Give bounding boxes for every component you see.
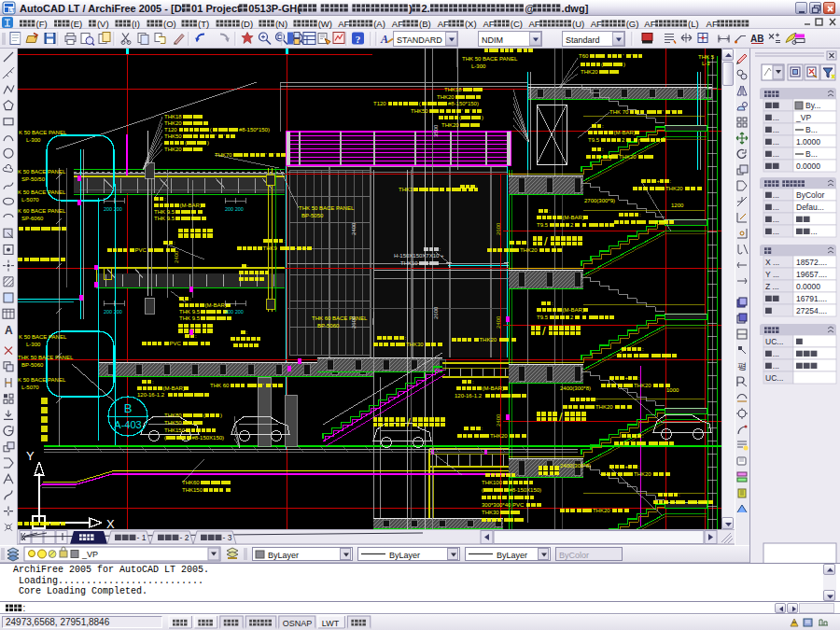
svg-text:OSNAP: OSNAP xyxy=(283,619,313,628)
svg-text:LWT: LWT xyxy=(322,619,340,628)
svg-text::: : xyxy=(22,603,25,613)
